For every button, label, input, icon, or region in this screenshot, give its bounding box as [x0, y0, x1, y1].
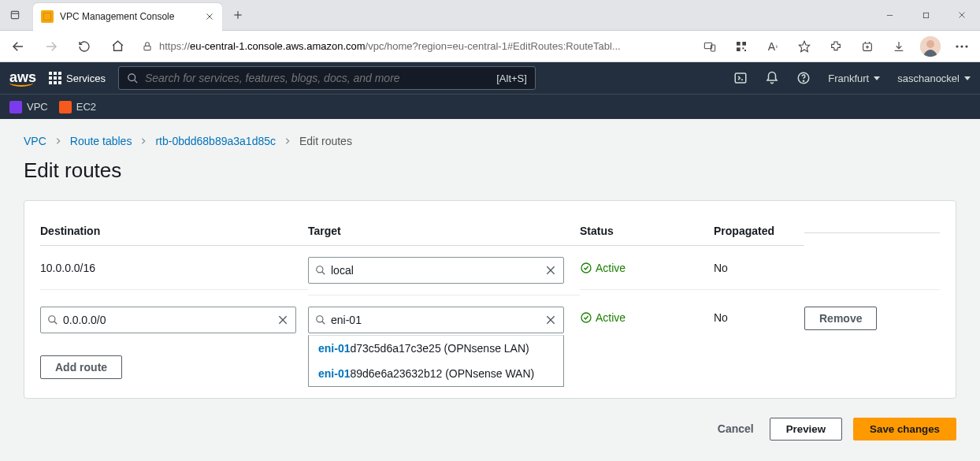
- svg-marker-20: [799, 41, 809, 51]
- aws-favicon-icon: [41, 10, 54, 23]
- svg-rect-18: [742, 47, 744, 49]
- downloads-icon[interactable]: [884, 33, 914, 60]
- target-input[interactable]: [331, 314, 540, 326]
- destination-input[interactable]: [63, 314, 272, 326]
- address-bar[interactable]: https://eu-central-1.console.aws.amazon.…: [135, 35, 692, 58]
- svg-line-40: [322, 272, 325, 275]
- browser-toolbar: https://eu-central-1.console.aws.amazon.…: [0, 31, 980, 62]
- dropdown-option[interactable]: eni-0189d6e6a23632b12 (OPNsense WAN): [309, 361, 563, 386]
- chevron-right-icon: [139, 137, 147, 145]
- extensions-icon[interactable]: [821, 33, 851, 60]
- breadcrumb-current: Edit routes: [299, 135, 352, 147]
- url-text: https://eu-central-1.console.aws.amazon.…: [159, 40, 685, 52]
- chevron-right-icon: [284, 137, 291, 145]
- caret-down-icon: [874, 76, 880, 80]
- svg-rect-16: [742, 42, 746, 46]
- clear-icon[interactable]: [540, 314, 557, 326]
- search-icon: [47, 314, 58, 325]
- destination-cell: [40, 296, 308, 344]
- col-header-actions: [804, 217, 940, 233]
- nav-back-button[interactable]: [3, 33, 33, 60]
- close-tab-icon[interactable]: [205, 12, 214, 21]
- cloudshell-icon[interactable]: [733, 71, 748, 85]
- browser-tab-strip: VPC Management Console: [0, 0, 980, 31]
- ec2-service-icon: [59, 101, 72, 113]
- search-icon: [315, 265, 326, 276]
- aws-search-input[interactable]: [145, 72, 490, 84]
- chevron-right-icon: [54, 137, 62, 145]
- aws-logo[interactable]: aws: [9, 70, 36, 87]
- services-menu[interactable]: Services: [49, 72, 106, 84]
- remove-route-button[interactable]: Remove: [804, 307, 877, 330]
- tab-actions-button[interactable]: [0, 0, 30, 30]
- option-match: eni-01: [318, 342, 350, 355]
- breadcrumb-route-tables[interactable]: Route tables: [70, 135, 132, 147]
- new-tab-button[interactable]: [227, 4, 249, 26]
- svg-point-32: [965, 45, 967, 47]
- col-header-propagated: Propagated: [714, 217, 804, 246]
- status-active: Active: [580, 311, 625, 324]
- status-cell: Active: [580, 246, 714, 290]
- profile-avatar[interactable]: [915, 33, 945, 60]
- col-header-target: Target: [308, 217, 580, 246]
- svg-point-52: [581, 313, 591, 322]
- service-chip-vpc[interactable]: VPC: [9, 101, 48, 113]
- svg-rect-14: [711, 45, 715, 51]
- clear-icon[interactable]: [272, 314, 289, 326]
- preview-button[interactable]: Preview: [770, 418, 842, 441]
- responsive-icon[interactable]: [695, 33, 725, 60]
- target-input[interactable]: [331, 264, 540, 277]
- vpc-service-icon: [9, 101, 22, 113]
- user-label: saschanockel: [897, 72, 960, 84]
- destination-input-wrapper[interactable]: [40, 307, 296, 333]
- routes-table: Destination Target Status Propagated 10.…: [40, 217, 940, 344]
- qr-icon[interactable]: [726, 33, 756, 60]
- search-icon: [315, 314, 326, 325]
- region-selector[interactable]: Frankfurt: [828, 72, 880, 84]
- more-icon[interactable]: [947, 33, 977, 60]
- ec2-label: EC2: [76, 101, 96, 113]
- destination-cell: 10.0.0.0/16: [40, 246, 308, 290]
- aws-service-bar: VPC EC2: [0, 94, 980, 119]
- svg-line-34: [134, 80, 137, 83]
- status-text: Active: [596, 311, 625, 324]
- svg-line-45: [54, 322, 58, 325]
- apps-grid-icon: [49, 72, 61, 84]
- save-changes-button[interactable]: Save changes: [853, 418, 956, 441]
- target-cell: eni-01d73c5d6a17c3e25 (OPNsense LAN) eni…: [308, 296, 580, 344]
- window-maximize-button[interactable]: [908, 0, 944, 30]
- breadcrumb-rtb-id[interactable]: rtb-0bdd68b89a3a1d85c: [155, 135, 276, 147]
- collections-icon[interactable]: [852, 33, 882, 60]
- clear-icon[interactable]: [540, 264, 557, 277]
- service-chip-ec2[interactable]: EC2: [59, 101, 96, 113]
- nav-refresh-button[interactable]: [69, 33, 99, 60]
- nav-forward-button: [36, 33, 66, 60]
- lock-icon: [142, 41, 153, 52]
- breadcrumb-vpc[interactable]: VPC: [24, 135, 46, 147]
- window-minimize-button[interactable]: [871, 0, 908, 30]
- svg-rect-19: [744, 50, 746, 51]
- account-menu[interactable]: saschanockel: [897, 72, 971, 84]
- nav-home-button[interactable]: [102, 33, 132, 60]
- svg-line-49: [322, 322, 325, 325]
- svg-rect-15: [737, 42, 741, 46]
- page-footer-actions: Cancel Preview Save changes: [24, 399, 956, 441]
- dropdown-option[interactable]: eni-01d73c5d6a17c3e25 (OPNsense LAN): [309, 336, 563, 361]
- help-icon[interactable]: [796, 71, 811, 85]
- region-label: Frankfurt: [828, 72, 869, 84]
- aws-search[interactable]: [Alt+S]: [118, 66, 536, 90]
- window-close-button[interactable]: [944, 0, 980, 30]
- target-input-wrapper[interactable]: eni-01d73c5d6a17c3e25 (OPNsense LAN) eni…: [308, 307, 564, 333]
- status-text: Active: [596, 262, 625, 274]
- favorites-icon[interactable]: [789, 33, 819, 60]
- target-cell: [308, 246, 580, 296]
- add-route-button[interactable]: Add route: [40, 355, 122, 379]
- read-aloud-icon[interactable]: A›: [758, 33, 788, 60]
- cancel-button[interactable]: Cancel: [713, 416, 759, 441]
- notifications-icon[interactable]: [765, 71, 779, 85]
- target-input-wrapper[interactable]: [308, 257, 564, 284]
- propagated-cell: No: [714, 246, 804, 290]
- browser-tab[interactable]: VPC Management Console: [33, 3, 222, 31]
- actions-cell: Remove: [804, 296, 940, 341]
- window-controls: [871, 0, 980, 30]
